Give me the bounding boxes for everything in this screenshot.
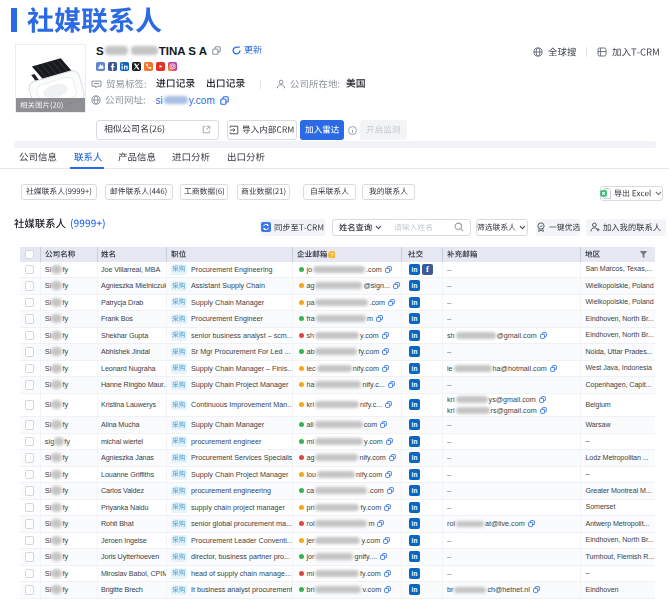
svg-text:?: ? bbox=[330, 252, 333, 258]
